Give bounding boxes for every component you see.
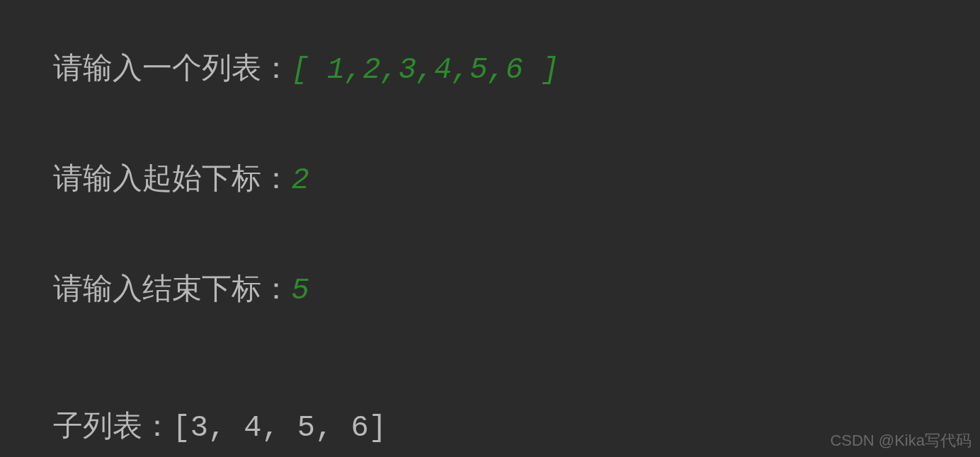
console-line: 请输入起始下标：2 xyxy=(18,125,962,198)
user-input: 5 xyxy=(291,274,309,308)
output-text: 子列表：[3, 4, 5, 6] xyxy=(53,411,386,445)
prompt-text: 请输入起始下标： xyxy=(53,163,291,197)
user-input: 2 xyxy=(291,163,309,197)
console-line: 请输入一个列表：[ 1,2,3,4,5,6 ] xyxy=(18,14,962,88)
prompt-text: 请输入结束下标： xyxy=(53,274,291,308)
console-line: 子列表：[3, 4, 5, 6] xyxy=(18,372,962,446)
console-line: Process finished with exit code 0 xyxy=(18,446,962,457)
console-line: 请输入结束下标：5 xyxy=(18,235,962,308)
prompt-text: 请输入一个列表： xyxy=(53,53,291,87)
user-input: [ 1,2,3,4,5,6 ] xyxy=(291,53,559,87)
watermark-text: CSDN @Kika写代码 xyxy=(830,430,972,451)
